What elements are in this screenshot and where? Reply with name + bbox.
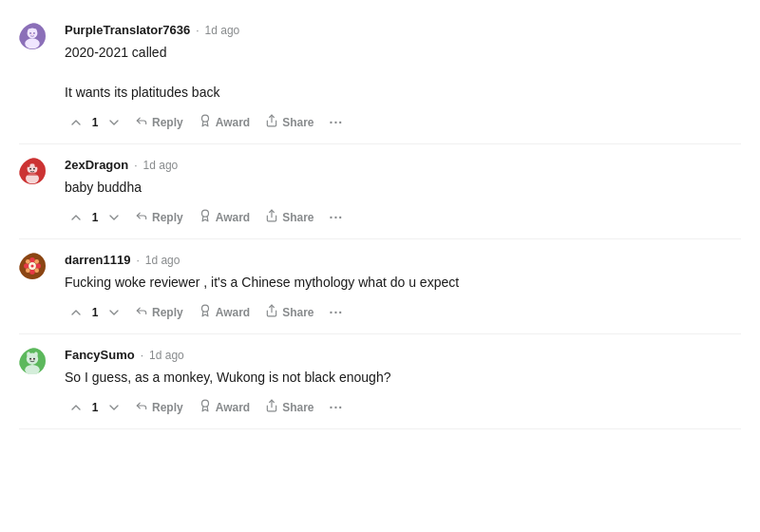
timestamp-4: 1d ago (149, 349, 184, 362)
award-label-4: Award (216, 401, 250, 414)
share-btn-1[interactable]: Share (259, 110, 319, 134)
comment-body-4: FancySumo · 1d ago So I guess, as a monk… (65, 348, 741, 419)
svg-rect-17 (27, 173, 38, 176)
comment-body-1: PurpleTranslator7636 · 1d ago 2020-2021 … (65, 23, 741, 134)
vote-count-2: 1 (89, 211, 101, 224)
svg-point-26 (34, 259, 39, 264)
username-1[interactable]: PurpleTranslator7636 (65, 23, 190, 37)
comment-body-2: 2exDragon · 1d ago baby buddha 1 (65, 158, 741, 229)
comment-content-1: 2020-2021 calledIt wants its platitudes … (65, 43, 741, 103)
comment-header-3: darren1119 · 1d ago (65, 253, 741, 267)
reply-label-4: Reply (152, 401, 183, 414)
comment-list: PurpleTranslator7636 · 1d ago 2020-2021 … (0, 0, 760, 439)
reply-label-1: Reply (152, 116, 183, 129)
comment-actions-4: 1 Reply Award (65, 395, 741, 419)
award-icon-4 (199, 399, 212, 415)
award-btn-1[interactable]: Award (193, 110, 256, 134)
svg-point-22 (29, 270, 34, 275)
reply-label-2: Reply (152, 211, 183, 224)
vote-count-3: 1 (89, 306, 101, 319)
svg-point-2 (25, 38, 40, 48)
reply-icon-4 (135, 399, 148, 415)
more-btn-3[interactable]: ··· (324, 301, 350, 324)
share-icon-1 (265, 114, 278, 130)
comment-text-line2: It wants its platitudes back (65, 83, 741, 103)
svg-point-23 (24, 263, 28, 268)
upvote-btn-1[interactable] (65, 111, 87, 134)
share-btn-3[interactable]: Share (259, 300, 319, 324)
comment-header-4: FancySumo · 1d ago (65, 348, 741, 362)
share-label-4: Share (282, 401, 314, 414)
reply-btn-2[interactable]: Reply (129, 205, 189, 229)
dot-3: · (136, 254, 139, 267)
svg-point-30 (30, 264, 33, 267)
comment-item-3: darren1119 · 1d ago Fucking woke reviewe… (19, 239, 741, 334)
downvote-btn-3[interactable] (103, 301, 125, 324)
vote-section-4: 1 (65, 396, 125, 419)
reply-btn-3[interactable]: Reply (129, 300, 189, 324)
vote-section-3: 1 (65, 301, 125, 324)
comment-item-4: FancySumo · 1d ago So I guess, as a monk… (19, 334, 741, 429)
dot-4: · (141, 349, 143, 362)
share-icon-3 (265, 304, 278, 320)
svg-point-40 (30, 359, 33, 361)
svg-point-6 (33, 32, 35, 34)
vote-section-2: 1 (65, 206, 125, 229)
reply-icon-2 (135, 209, 148, 225)
username-3[interactable]: darren1119 (65, 253, 130, 267)
comment-text: baby buddha (65, 178, 741, 198)
upvote-btn-3[interactable] (65, 301, 87, 324)
svg-point-36 (27, 352, 30, 356)
comment-header-1: PurpleTranslator7636 · 1d ago (65, 23, 741, 37)
avatar-3 (19, 253, 53, 287)
svg-point-15 (29, 168, 31, 170)
timestamp-2: 1d ago (143, 159, 179, 172)
comment-item-1: PurpleTranslator7636 · 1d ago 2020-2021 … (19, 10, 741, 144)
share-label-2: Share (282, 211, 314, 224)
comment-actions-3: 1 Reply Award (65, 300, 741, 324)
avatar-4 (19, 348, 53, 382)
more-btn-4[interactable]: ··· (324, 396, 350, 419)
username-2[interactable]: 2exDragon (65, 158, 128, 172)
award-icon-2 (199, 209, 212, 225)
downvote-btn-4[interactable] (103, 396, 125, 419)
vote-section-1: 1 (65, 111, 125, 134)
svg-point-28 (34, 268, 39, 273)
comment-header-2: 2exDragon · 1d ago (65, 158, 741, 172)
username-4[interactable]: FancySumo (65, 348, 135, 362)
reply-label-3: Reply (152, 306, 183, 319)
share-btn-2[interactable]: Share (259, 205, 319, 229)
award-icon-1 (199, 114, 212, 130)
more-btn-1[interactable]: ··· (324, 111, 350, 134)
comment-actions-2: 1 Reply Award (65, 205, 741, 229)
reply-icon-3 (135, 304, 148, 320)
share-icon-2 (265, 209, 278, 225)
share-btn-4[interactable]: Share (259, 395, 319, 419)
award-label-2: Award (216, 211, 250, 224)
svg-point-7 (31, 33, 33, 35)
vote-count-1: 1 (89, 116, 101, 129)
upvote-btn-2[interactable] (65, 206, 87, 229)
award-btn-4[interactable]: Award (193, 395, 256, 419)
award-label-1: Award (216, 116, 250, 129)
comment-text: Fucking woke reviewer , it's a Chinese m… (65, 273, 741, 293)
comment-content-3: Fucking woke reviewer , it's a Chinese m… (65, 273, 741, 293)
more-btn-2[interactable]: ··· (324, 206, 350, 229)
award-btn-2[interactable]: Award (193, 205, 256, 229)
dot-1: · (196, 24, 199, 37)
upvote-btn-4[interactable] (65, 396, 87, 419)
svg-point-24 (36, 263, 41, 268)
downvote-btn-2[interactable] (103, 206, 125, 229)
share-label-3: Share (282, 306, 314, 319)
comment-text: So I guess, as a monkey, Wukong is not b… (65, 368, 741, 388)
svg-point-27 (26, 268, 30, 273)
comment-actions-1: 1 Reply Award (65, 110, 741, 134)
svg-point-13 (28, 162, 30, 167)
svg-point-37 (34, 352, 38, 356)
award-btn-3[interactable]: Award (193, 300, 256, 324)
timestamp-3: 1d ago (145, 254, 180, 267)
comment-content-2: baby buddha (65, 178, 741, 198)
downvote-btn-1[interactable] (103, 111, 125, 134)
reply-btn-1[interactable]: Reply (129, 110, 189, 134)
reply-btn-4[interactable]: Reply (129, 395, 189, 419)
